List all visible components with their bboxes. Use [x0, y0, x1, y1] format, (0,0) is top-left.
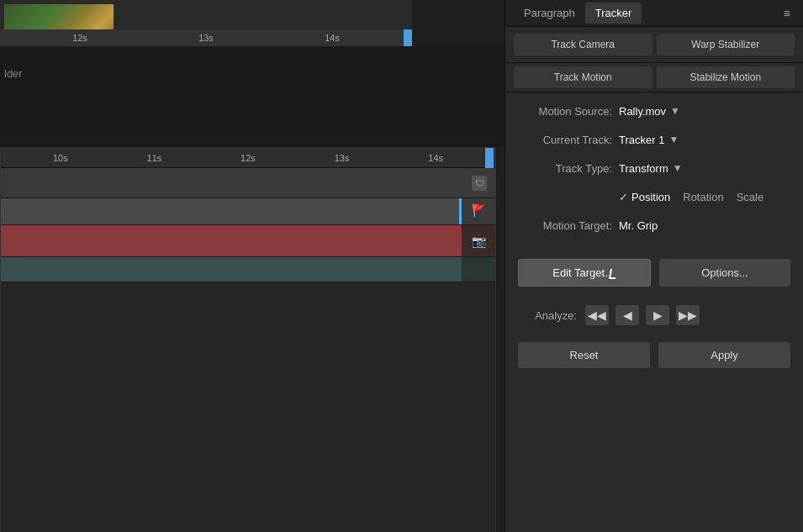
track-row-1: 🛡 [1, 168, 495, 198]
tl-mark-10s: 10s [53, 153, 68, 163]
properties-area: Motion Source: Rally.mov ▼ Current Track… [505, 92, 803, 252]
camera-icon: 📷 [472, 234, 486, 248]
track-type-arrow: ▼ [673, 162, 683, 174]
analyze-label: Analyze: [518, 309, 585, 322]
reset-apply-row: Reset Apply [505, 337, 803, 373]
track-options-row: ✓ Position Rotation Scale [518, 187, 790, 207]
timeline-section: 10s 11s 12s 13s 14s 🛡 [0, 147, 505, 532]
track-row-3: 📷 [1, 225, 495, 257]
motion-source-row: Motion Source: Rally.mov ▼ [518, 101, 790, 121]
current-track-dropdown[interactable]: Tracker 1 ▼ [619, 134, 679, 146]
tracker-buttons-row2: Track Motion Stabilize Motion [505, 63, 803, 92]
shield-icon: 🛡 [472, 176, 487, 191]
tab-tracker[interactable]: Tracker [585, 3, 642, 24]
analyze-row: Analyze: ◀◀ ◀ ▶ ▶▶ [505, 300, 803, 330]
edit-target-label: Edit Target. [552, 266, 608, 279]
tracker-buttons-row1: Track Camera Warp Stabilizer [505, 27, 803, 63]
current-track-row: Current Track: Tracker 1 ▼ [518, 129, 790, 150]
flag-icon: 🚩 [472, 203, 485, 220]
current-track-arrow: ▼ [668, 134, 679, 145]
analyze-forward-button[interactable]: ▶ [646, 305, 669, 325]
separator-area: lder [0, 46, 505, 147]
motion-target-row: Motion Target: Mr. Grip [518, 215, 790, 235]
left-panel: 12s 13s 14s lder 10s 11s 12s 13s 14s [0, 0, 505, 532]
track-type-row: Track Type: Transform ▼ [518, 158, 790, 178]
timeline-inner: 10s 11s 12s 13s 14s 🛡 [0, 147, 496, 532]
tl-mark-14s: 14s [428, 153, 443, 163]
apply-button[interactable]: Apply [658, 342, 790, 368]
motion-source-label: Motion Source: [518, 105, 619, 118]
analyze-forward-full-button[interactable]: ▶▶ [676, 305, 700, 325]
track-motion-button[interactable]: Track Motion [514, 66, 652, 88]
options-button[interactable]: Options... [659, 259, 790, 287]
track-row-4 [1, 257, 495, 282]
tab-paragraph[interactable]: Paragraph [514, 3, 585, 24]
tl-mark-13s: 13s [335, 153, 350, 163]
current-track-label: Current Track: [518, 134, 619, 146]
current-track-value: Tracker 1 [619, 134, 664, 146]
track-row-2: 🚩 [1, 198, 495, 225]
analyze-controls: ◀◀ ◀ ▶ ▶▶ [585, 305, 700, 325]
track-type-label: Track Type: [518, 162, 619, 175]
motion-source-arrow: ▼ [670, 105, 680, 117]
action-buttons: Edit Target. Options... [505, 252, 803, 293]
panel-tabs: Paragraph Tracker ≡ [505, 0, 803, 27]
panel-menu-icon[interactable]: ≡ [779, 7, 795, 20]
position-checkmark: ✓ [619, 191, 628, 203]
track-camera-button[interactable]: Track Camera [514, 34, 652, 55]
motion-target-value: Mr. Grip [619, 219, 790, 232]
reset-button[interactable]: Reset [518, 342, 650, 368]
timeline-ruler: 10s 11s 12s 13s 14s [1, 148, 495, 168]
analyze-back-full-button[interactable]: ◀◀ [585, 305, 609, 325]
analyze-back-button[interactable]: ◀ [615, 305, 639, 325]
ruler-mark-12s: 12s [72, 33, 87, 43]
position-option[interactable]: Position [631, 191, 670, 203]
tl-mark-12s: 12s [240, 153, 256, 163]
layer-label: lder [4, 67, 23, 80]
tl-mark-11s: 11s [147, 153, 162, 163]
edit-target-button[interactable]: Edit Target. [518, 259, 651, 287]
track-type-value: Transform [619, 162, 668, 175]
rotation-option[interactable]: Rotation [683, 191, 723, 203]
ruler-mark-14s: 14s [325, 33, 340, 43]
video-strip: 12s 13s 14s [0, 0, 412, 46]
track-area: 🛡 🚩 📷 [1, 168, 495, 532]
playhead-timeline [485, 148, 494, 168]
track-row-5 [1, 282, 495, 532]
stabilize-motion-button[interactable]: Stabilize Motion [657, 66, 795, 88]
motion-target-label: Motion Target: [518, 219, 619, 232]
right-panel: Paragraph Tracker ≡ Track Camera Warp St… [505, 0, 803, 532]
ruler-mark-13s: 13s [198, 33, 214, 43]
motion-source-dropdown[interactable]: Rally.mov ▼ [619, 105, 680, 118]
track-type-dropdown[interactable]: Transform ▼ [619, 162, 683, 175]
scale-option[interactable]: Scale [737, 191, 764, 203]
motion-source-value: Rally.mov [619, 105, 666, 118]
warp-stabilizer-button[interactable]: Warp Stabilizer [657, 34, 795, 55]
